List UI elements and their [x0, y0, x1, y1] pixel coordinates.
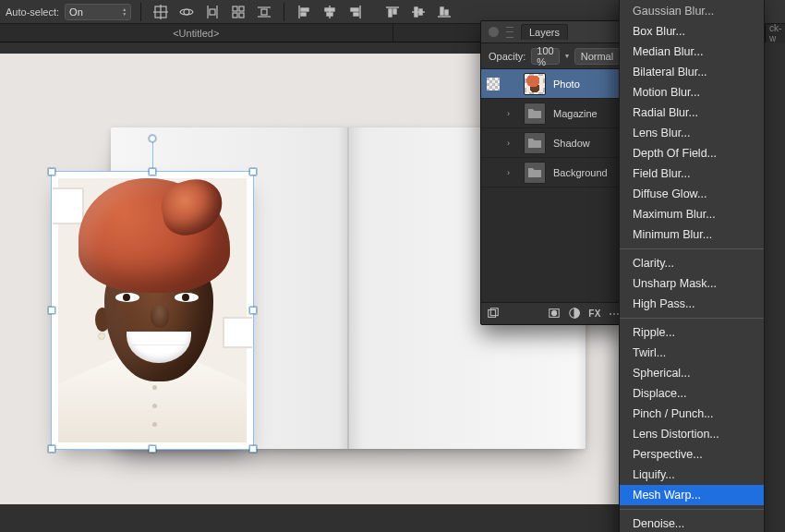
adjustment-icon[interactable] — [568, 307, 581, 321]
align-top-icon[interactable] — [382, 3, 403, 21]
menu-item-clarity[interactable]: Clarity... — [620, 253, 764, 273]
fx-icon[interactable]: FX — [588, 308, 601, 319]
menu-separator — [620, 509, 764, 510]
rotation-handle[interactable] — [149, 135, 156, 142]
resize-handle-ml[interactable] — [48, 307, 55, 314]
menu-item-ripple[interactable]: Ripple... — [620, 322, 764, 343]
resize-handle-bl[interactable] — [48, 445, 55, 453]
svg-rect-37 — [489, 309, 496, 317]
svg-rect-9 — [233, 13, 237, 18]
disclosure-icon[interactable]: › — [507, 168, 516, 177]
disclosure-icon[interactable]: › — [507, 139, 516, 148]
menu-item-box-blur[interactable]: Box Blur... — [620, 21, 764, 42]
layers-tab[interactable]: Layers — [521, 24, 568, 40]
menu-item-median-blur[interactable]: Median Blur... — [620, 42, 764, 62]
layer-name: Background — [553, 167, 608, 178]
mask-icon[interactable] — [548, 307, 561, 321]
checker-icon[interactable] — [487, 78, 500, 91]
menu-separator — [620, 248, 764, 249]
disclosure-icon[interactable]: › — [507, 109, 516, 118]
layers-titlebar[interactable]: Layers — [481, 21, 625, 43]
svg-rect-24 — [389, 9, 392, 17]
align-center-h-icon[interactable] — [320, 3, 340, 21]
menu-item-motion-blur[interactable]: Motion Blur... — [620, 82, 764, 103]
svg-point-3 — [184, 9, 189, 15]
document-tab-untitled[interactable]: <Untitled> — [0, 24, 393, 42]
auto-select-value: On — [69, 6, 83, 18]
selected-photo-layer[interactable] — [52, 172, 253, 449]
grip-icon[interactable] — [506, 27, 513, 38]
show-alignment-icon[interactable] — [176, 3, 197, 21]
layer-row-shadow[interactable]: ›Shadow — [481, 128, 625, 158]
menu-item-field-blur[interactable]: Field Blur... — [620, 163, 764, 184]
menu-item-perspective[interactable]: Perspective... — [620, 444, 764, 465]
svg-rect-16 — [301, 13, 306, 16]
menu-item-minimum-blur[interactable]: Minimum Blur... — [620, 224, 764, 245]
opacity-input[interactable]: 100 % — [531, 48, 559, 65]
align-horizontal-icon[interactable] — [202, 3, 223, 21]
layer-list: Photo›Magazine›Shadow›Background — [481, 69, 625, 302]
menu-item-lens-distortion[interactable]: Lens Distortion... — [620, 424, 764, 444]
auto-select-label: Auto-select: — [6, 6, 59, 18]
menu-item-spherical[interactable]: Spherical... — [620, 363, 764, 383]
document-tab-fragment[interactable]: ck-w — [765, 24, 785, 42]
layer-row-background[interactable]: ›Background — [481, 158, 625, 187]
align-vertical-icon[interactable] — [254, 3, 274, 21]
visibility-icon[interactable] — [487, 107, 500, 120]
menu-item-high-pass[interactable]: High Pass... — [620, 294, 764, 314]
chevron-down-icon[interactable]: ▾ — [565, 52, 569, 60]
menu-separator — [620, 318, 764, 319]
menu-item-maximum-blur[interactable]: Maximum Blur... — [620, 204, 764, 224]
svg-rect-15 — [301, 8, 308, 11]
layer-group-icon[interactable] — [487, 307, 500, 321]
svg-rect-6 — [210, 9, 215, 15]
menu-item-twirl[interactable]: Twirl... — [620, 343, 764, 363]
menu-item-bilateral-blur[interactable]: Bilateral Blur... — [620, 62, 764, 82]
layers-panel[interactable]: Layers Opacity: 100 % ▾ Normal Photo›Mag… — [480, 20, 626, 325]
layer-thumbnail — [524, 73, 546, 95]
layer-name: Magazine — [553, 108, 598, 119]
resize-handle-tr[interactable] — [249, 168, 257, 175]
menu-item-unsharp-mask[interactable]: Unsharp Mask... — [620, 273, 764, 294]
layers-footer: FX ⋯ — [481, 302, 625, 324]
menu-item-liquify[interactable]: Liquify... — [620, 465, 764, 485]
folder-icon — [524, 162, 546, 184]
align-right-icon[interactable] — [345, 3, 366, 21]
svg-rect-19 — [327, 13, 332, 16]
align-screen-center-icon[interactable] — [151, 3, 171, 21]
align-left-icon[interactable] — [294, 3, 314, 21]
layer-name: Photo — [553, 79, 580, 90]
layer-row-magazine[interactable]: ›Magazine — [481, 99, 625, 128]
layer-row-photo[interactable]: Photo — [481, 69, 625, 99]
menu-item-pinch-punch[interactable]: Pinch / Punch... — [620, 404, 764, 424]
resize-handle-bm[interactable] — [149, 445, 156, 453]
menu-item-lens-blur[interactable]: Lens Blur... — [620, 123, 764, 143]
blend-mode-dropdown[interactable]: Normal — [574, 48, 620, 65]
svg-rect-8 — [239, 6, 244, 11]
auto-select-dropdown[interactable]: On ▲▼ — [65, 4, 131, 20]
menu-item-radial-blur[interactable]: Radial Blur... — [620, 103, 764, 123]
visibility-icon[interactable] — [487, 137, 500, 150]
visibility-icon[interactable] — [487, 166, 500, 179]
menu-item-gaussian-blur[interactable]: Gaussian Blur... — [620, 1, 764, 21]
menu-item-displace[interactable]: Displace... — [620, 383, 764, 404]
close-icon[interactable] — [489, 27, 499, 37]
filters-menu[interactable]: Gaussian Blur...Box Blur...Median Blur..… — [619, 0, 765, 532]
menu-item-depth-of-field[interactable]: Depth Of Field... — [620, 143, 764, 163]
align-bottom-icon[interactable] — [434, 3, 454, 21]
app-root: Auto-select: On ▲▼ <Untitled> Magazine M… — [0, 0, 785, 532]
align-grid-icon[interactable] — [228, 3, 248, 21]
svg-rect-22 — [354, 13, 358, 16]
resize-handle-tm[interactable] — [149, 168, 156, 175]
resize-handle-mr[interactable] — [249, 307, 257, 314]
menu-item-mesh-warp[interactable]: Mesh Warp... — [620, 485, 764, 505]
stepper-icon: ▲▼ — [122, 7, 127, 17]
align-center-v-icon[interactable] — [408, 3, 429, 21]
svg-point-40 — [552, 310, 557, 315]
folder-icon — [524, 132, 546, 154]
menu-item-diffuse-glow[interactable]: Diffuse Glow... — [620, 184, 764, 204]
svg-rect-32 — [487, 78, 500, 91]
resize-handle-br[interactable] — [249, 445, 257, 453]
menu-item-denoise[interactable]: Denoise... — [620, 514, 764, 532]
resize-handle-tl[interactable] — [48, 168, 55, 175]
